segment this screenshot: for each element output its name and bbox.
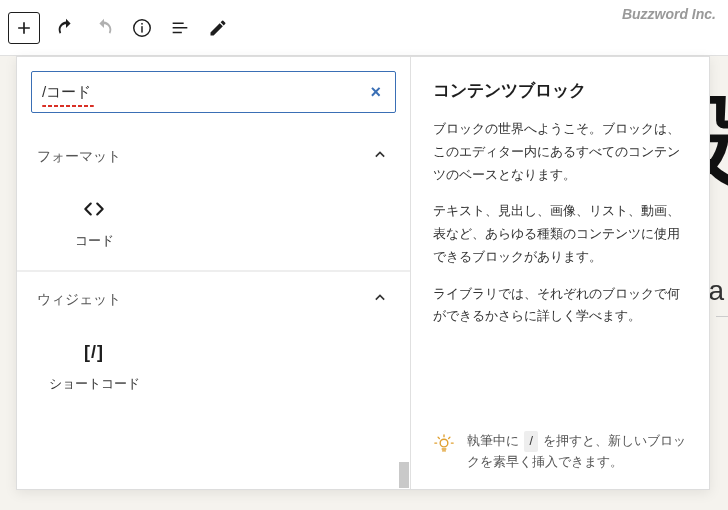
block-item-shortcode[interactable]: [/] ショートコード (39, 324, 149, 403)
block-section-list: フォーマット コード ウィジェット [/] ショートコード (17, 125, 410, 489)
tip-key: / (524, 431, 537, 452)
undo-button[interactable] (48, 10, 84, 46)
brand-label: Buzzword Inc. (622, 0, 716, 56)
svg-rect-1 (141, 26, 142, 32)
editor-toolbar: Buzzword Inc. (0, 0, 728, 56)
inserter-left-column: × フォーマット コード ウィジェット (17, 57, 411, 489)
inserter-preview-column: コンテンツブロック ブロックの世界へようこそ。ブロックは、このエディター内にある… (411, 57, 709, 489)
background-a-fragment: a (708, 275, 724, 307)
block-search-input[interactable] (42, 84, 366, 101)
preview-paragraph: ブロックの世界へようこそ。ブロックは、このエディター内にあるすべてのコンテンツの… (433, 118, 689, 186)
scrollbar-thumb[interactable] (399, 462, 409, 488)
block-label: コード (75, 233, 114, 250)
chevron-up-icon (370, 288, 390, 312)
add-block-button[interactable] (8, 12, 40, 44)
info-button[interactable] (124, 10, 160, 46)
preview-paragraph: ライブラリでは、それぞれのブロックで何ができるかさらに詳しく学べます。 (433, 283, 689, 329)
plus-icon (14, 18, 34, 38)
background-divider (716, 316, 728, 317)
info-icon (131, 17, 153, 39)
search-box: × (31, 71, 396, 113)
preview-title: コンテンツブロック (433, 79, 689, 102)
outline-button[interactable] (162, 10, 198, 46)
pencil-icon (208, 18, 228, 38)
edit-button[interactable] (200, 10, 236, 46)
undo-icon (55, 17, 77, 39)
code-icon (81, 195, 107, 223)
svg-point-3 (440, 439, 448, 447)
section-header-format[interactable]: フォーマット (17, 129, 410, 181)
block-inserter-panel: × フォーマット コード ウィジェット (16, 56, 710, 490)
search-clear-button[interactable]: × (366, 78, 385, 107)
section-title: フォーマット (37, 148, 121, 166)
inserter-tip: 執筆中に / を押すと、新しいブロックを素早く挿入できます。 (433, 431, 689, 474)
preview-paragraph: テキスト、見出し、画像、リスト、動画、表など、あらゆる種類のコンテンツに使用でき… (433, 200, 689, 268)
redo-button[interactable] (86, 10, 122, 46)
outline-icon (169, 17, 191, 39)
section-title: ウィジェット (37, 291, 121, 309)
spellcheck-underline (42, 105, 94, 107)
search-wrap: × (17, 57, 410, 125)
lightbulb-icon (433, 433, 455, 462)
block-label: ショートコード (49, 376, 140, 393)
block-item-code[interactable]: コード (39, 181, 149, 260)
shortcode-icon: [/] (84, 338, 104, 366)
section-header-widgets[interactable]: ウィジェット (17, 271, 410, 324)
svg-rect-2 (141, 22, 142, 24)
toolbar-left-group (8, 10, 236, 46)
chevron-up-icon (370, 145, 390, 169)
tip-text: 執筆中に / を押すと、新しいブロックを素早く挿入できます。 (467, 431, 689, 474)
redo-icon (93, 17, 115, 39)
